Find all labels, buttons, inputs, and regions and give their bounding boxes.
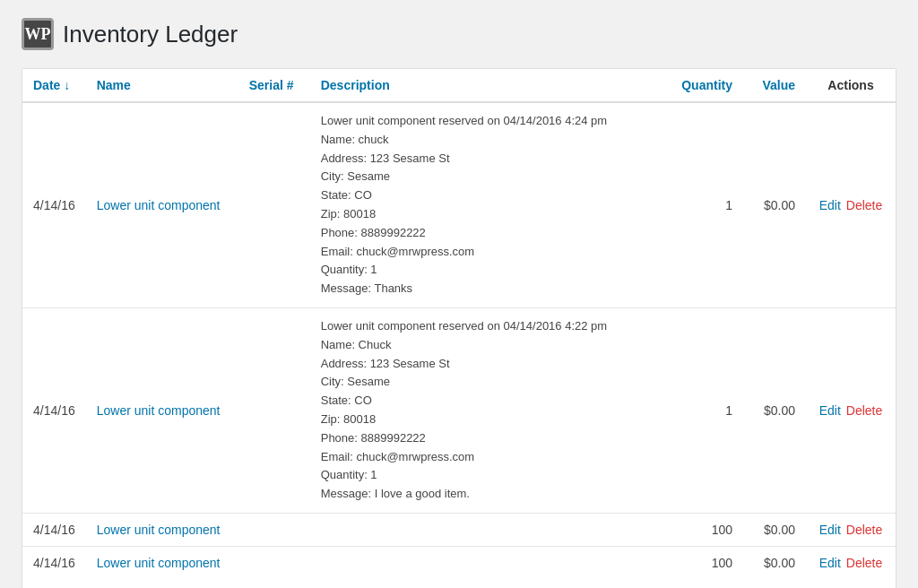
item-name-link[interactable]: Lower unit component <box>97 403 221 418</box>
cell-value: $0.00 <box>743 513 806 546</box>
delete-button[interactable]: Delete <box>846 523 882 537</box>
sort-serial-link[interactable]: Serial # <box>249 78 294 92</box>
cell-quantity: 1 <box>671 102 743 307</box>
table-row: 4/14/16Lower unit component100$0.00EditD… <box>22 546 896 579</box>
cell-description: Lower unit component reserved on 04/14/2… <box>310 307 671 513</box>
col-header-value: Value <box>743 69 806 102</box>
cell-value: $0.00 <box>743 102 806 307</box>
sort-desc-link[interactable]: Description <box>321 78 390 92</box>
table-row: 4/14/16Lower unit componentLower unit co… <box>22 102 896 307</box>
edit-button[interactable]: Edit <box>819 198 841 212</box>
cell-date: 4/14/16 <box>22 307 86 513</box>
edit-button[interactable]: Edit <box>819 523 841 537</box>
cell-date: 4/14/16 <box>22 102 86 307</box>
page-header: WP Inventory Ledger <box>22 18 896 50</box>
col-header-description: Description <box>310 69 671 102</box>
col-header-serial: Serial # <box>238 69 310 102</box>
cell-date: 4/14/16 <box>22 546 86 579</box>
sort-qty-link[interactable]: Quantity <box>681 78 732 92</box>
col-header-quantity: Quantity <box>671 69 743 102</box>
item-name-link[interactable]: Lower unit component <box>97 556 221 570</box>
col-header-actions: Actions <box>806 69 896 102</box>
delete-button[interactable]: Delete <box>846 556 882 570</box>
cell-value: $0.00 <box>743 307 806 513</box>
cell-date: 4/14/16 <box>22 513 86 546</box>
cell-description <box>310 513 671 546</box>
cell-name: Lower unit component <box>86 102 238 307</box>
delete-button[interactable]: Delete <box>846 198 882 212</box>
cell-description: Lower unit component reserved on 04/14/2… <box>310 102 671 307</box>
edit-button[interactable]: Edit <box>819 403 841 418</box>
cell-actions: EditDelete <box>806 102 896 307</box>
cell-actions: EditDelete <box>806 307 896 513</box>
cell-actions: EditDelete <box>806 546 896 579</box>
delete-button[interactable]: Delete <box>846 403 882 418</box>
table-footer: Showing 1 - 4 of 4 entries <box>22 579 896 588</box>
item-name-link[interactable]: Lower unit component <box>97 198 221 212</box>
sort-value-link[interactable]: Value <box>762 78 795 92</box>
sort-name-link[interactable]: Name <box>97 78 131 92</box>
sort-date-link[interactable]: Date ↓ <box>33 78 70 92</box>
cell-value: $0.00 <box>743 546 806 579</box>
cell-quantity: 100 <box>671 546 743 579</box>
inventory-table: Date ↓ Name Serial # Description Quantit… <box>22 69 896 579</box>
cell-serial <box>238 102 310 307</box>
cell-actions: EditDelete <box>806 513 896 546</box>
cell-serial <box>238 513 310 546</box>
table-row: 4/14/16Lower unit componentLower unit co… <box>22 307 896 513</box>
cell-serial <box>238 307 310 513</box>
edit-button[interactable]: Edit <box>819 556 841 570</box>
inventory-table-container: Date ↓ Name Serial # Description Quantit… <box>22 68 896 588</box>
wp-logo: WP <box>22 18 54 50</box>
page-title: Inventory Ledger <box>63 21 238 48</box>
cell-serial <box>238 546 310 579</box>
cell-description <box>310 546 671 579</box>
cell-quantity: 1 <box>671 307 743 513</box>
cell-name: Lower unit component <box>86 546 238 579</box>
cell-name: Lower unit component <box>86 307 238 513</box>
col-header-name: Name <box>86 69 238 102</box>
cell-name: Lower unit component <box>86 513 238 546</box>
col-header-date: Date ↓ <box>22 69 86 102</box>
cell-quantity: 100 <box>671 513 743 546</box>
table-header-row: Date ↓ Name Serial # Description Quantit… <box>22 69 896 102</box>
table-row: 4/14/16Lower unit component100$0.00EditD… <box>22 513 896 546</box>
table-body: 4/14/16Lower unit componentLower unit co… <box>22 102 896 579</box>
item-name-link[interactable]: Lower unit component <box>97 523 221 537</box>
